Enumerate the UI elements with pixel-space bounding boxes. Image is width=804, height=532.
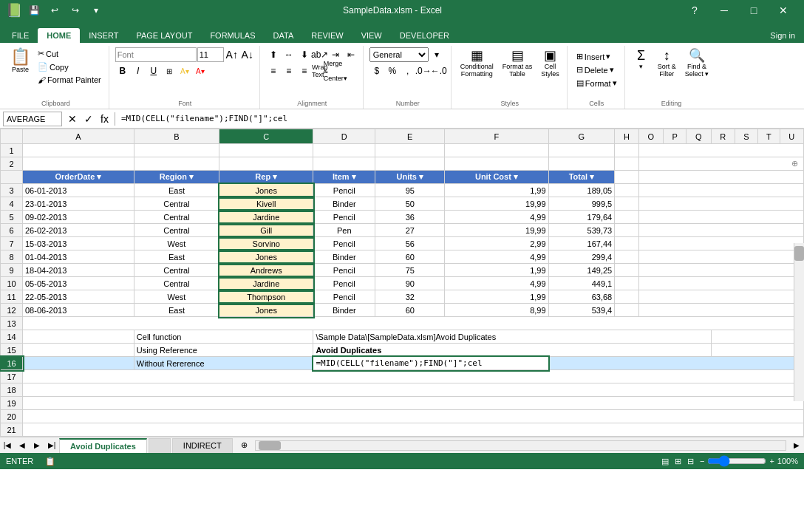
header-units[interactable]: Units ▾: [375, 171, 445, 184]
cell-H10[interactable]: [615, 277, 638, 290]
cell-D11[interactable]: Pencil: [313, 290, 375, 304]
cell-rest-12[interactable]: [638, 304, 804, 317]
cell-D7[interactable]: Pencil: [313, 237, 375, 250]
cell-A4[interactable]: 23-01-2013: [23, 197, 134, 211]
cell-label-15[interactable]: Using Reference: [134, 344, 313, 357]
cell-rest-7[interactable]: [638, 237, 804, 250]
cell-A15[interactable]: [23, 344, 134, 357]
find-select-button[interactable]: 🔍 Find &Select ▾: [682, 47, 712, 79]
cell-B6[interactable]: Central: [134, 224, 219, 237]
cell-rest-5[interactable]: [638, 211, 804, 224]
cell-C2[interactable]: [219, 157, 313, 171]
cell-F6[interactable]: 19,99: [445, 224, 548, 237]
cell-E12[interactable]: 60: [375, 304, 445, 317]
cell-F4[interactable]: 19,99: [445, 197, 548, 211]
cell-G11[interactable]: 63,68: [548, 290, 615, 304]
delete-dropdown[interactable]: ▾: [610, 65, 614, 75]
cell-F12[interactable]: 8,99: [445, 304, 548, 317]
cell-A14[interactable]: [23, 330, 134, 344]
cell-B12[interactable]: East: [134, 304, 219, 317]
cell-A1[interactable]: [23, 144, 134, 157]
col-header-B[interactable]: B: [134, 129, 219, 144]
cell-H5[interactable]: [615, 211, 638, 224]
cell-A8[interactable]: 01-04-2013: [23, 250, 134, 264]
cell-G6[interactable]: 539,73: [548, 224, 615, 237]
cell-rest-4[interactable]: [638, 197, 804, 211]
comma-style-button[interactable]: %: [385, 64, 400, 78]
number-format-expand[interactable]: ▾: [429, 47, 444, 62]
underline-button[interactable]: U: [146, 64, 161, 78]
name-box[interactable]: [3, 112, 62, 126]
header-orderdate[interactable]: OrderDate ▾: [23, 171, 134, 184]
fill-color-button[interactable]: A▾: [177, 64, 192, 78]
restore-button[interactable]: □: [739, 0, 769, 21]
formula-input[interactable]: =MID(CELL("filename");FIND("]";cel: [118, 114, 801, 123]
cell-H-header[interactable]: [615, 171, 638, 184]
cell-C10[interactable]: Jardine: [219, 277, 313, 290]
col-header-P[interactable]: P: [664, 129, 687, 144]
col-header-T[interactable]: T: [757, 129, 780, 144]
align-bottom-button[interactable]: ⬇: [297, 47, 312, 62]
sum-button[interactable]: Σ ▾: [631, 47, 652, 72]
view-pagebreak-button[interactable]: ⊟: [687, 457, 694, 466]
cell-E5[interactable]: 36: [375, 211, 445, 224]
header-region[interactable]: Region ▾: [134, 171, 219, 184]
cell-row-18[interactable]: [23, 383, 804, 397]
zoom-in-button[interactable]: +: [769, 457, 774, 466]
sheet-nav-first[interactable]: |◀: [0, 438, 15, 453]
cell-label-16[interactable]: Without Rererence: [134, 357, 313, 370]
cell-G4[interactable]: 999,5: [548, 197, 615, 211]
cell-B10[interactable]: Central: [134, 277, 219, 290]
sheet-nav-next[interactable]: ▶: [30, 438, 44, 453]
copy-button[interactable]: 📄Copy: [35, 61, 104, 73]
cell-G8[interactable]: 299,4: [548, 250, 615, 264]
close-button[interactable]: ✕: [769, 0, 798, 21]
italic-button[interactable]: I: [131, 64, 146, 78]
percent-style-button[interactable]: $: [369, 64, 384, 78]
currency-button[interactable]: ,: [401, 64, 415, 78]
cell-C9[interactable]: Andrews: [219, 264, 313, 277]
align-center-button[interactable]: ≡: [282, 64, 296, 78]
format-cells-button[interactable]: ▤ Format ▾: [573, 77, 620, 89]
cell-row-17[interactable]: [23, 370, 804, 383]
tab-review[interactable]: REVIEW: [302, 28, 352, 43]
cell-H4[interactable]: [615, 197, 638, 211]
col-header-U[interactable]: U: [780, 129, 803, 144]
cell-F3[interactable]: 1,99: [445, 184, 548, 197]
header-item[interactable]: Item ▾: [313, 171, 375, 184]
cell-D1[interactable]: [313, 144, 375, 157]
cell-H12[interactable]: [615, 304, 638, 317]
cell-row-21[interactable]: [23, 423, 804, 437]
sheet-nav-last[interactable]: ▶|: [44, 438, 59, 453]
cell-E3[interactable]: 95: [375, 184, 445, 197]
cell-rest-10[interactable]: [638, 277, 804, 290]
cell-rest-8[interactable]: [638, 250, 804, 264]
align-middle-button[interactable]: ↔: [282, 47, 296, 62]
tab-formulas[interactable]: FORMULAS: [201, 28, 264, 43]
cell-E9[interactable]: 75: [375, 264, 445, 277]
cell-value-16[interactable]: =MID(CELL("filename");FIND("]";cel: [313, 357, 548, 370]
cell-A16[interactable]: [23, 357, 134, 370]
cell-F1[interactable]: [445, 144, 548, 157]
save-button[interactable]: 💾: [25, 1, 43, 19]
font-size-input[interactable]: [197, 47, 224, 62]
col-header-C[interactable]: C: [219, 129, 313, 144]
tab-data[interactable]: DATA: [265, 28, 303, 43]
cell-A11[interactable]: 22-05-2013: [23, 290, 134, 304]
cell-B2[interactable]: [134, 157, 219, 171]
cell-E1[interactable]: [375, 144, 445, 157]
cell-B1[interactable]: [134, 144, 219, 157]
cell-rest-6[interactable]: [638, 224, 804, 237]
cell-D10[interactable]: Pencil: [313, 277, 375, 290]
header-total[interactable]: Total ▾: [548, 171, 615, 184]
cut-button[interactable]: ✂Cut: [35, 47, 104, 60]
confirm-formula-button[interactable]: ✓: [81, 112, 96, 126]
undo-button[interactable]: ↩: [46, 1, 64, 19]
number-format-select[interactable]: General: [369, 47, 429, 62]
cell-F2[interactable]: [445, 157, 548, 171]
format-painter-button[interactable]: 🖌Format Painter: [35, 74, 104, 86]
sheet-tab-avoid-duplicates[interactable]: Avoid Duplicates: [59, 438, 147, 453]
tab-insert[interactable]: INSERT: [80, 28, 127, 43]
increase-font-button[interactable]: A↑: [225, 47, 239, 62]
cell-A3[interactable]: 06-01-2013: [23, 184, 134, 197]
